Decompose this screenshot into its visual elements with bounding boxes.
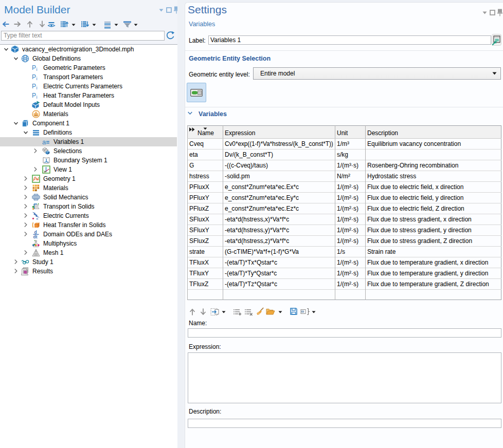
svg-text:dt: dt	[33, 234, 38, 239]
svg-text:a: a	[42, 138, 46, 146]
